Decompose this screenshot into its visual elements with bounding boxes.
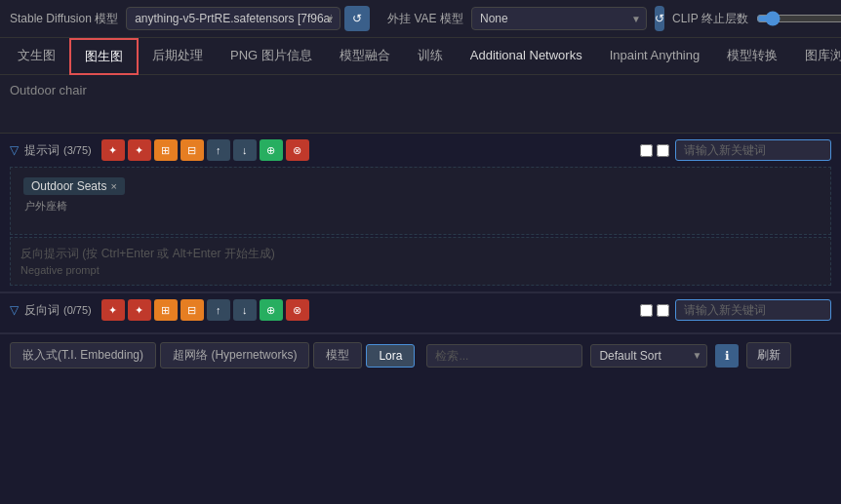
prompt-tool-btn-6[interactable]: ⊕: [260, 139, 283, 161]
neg-tool-btn-5[interactable]: ↓: [233, 299, 257, 321]
sort-select-wrapper: Default Sort ▼: [586, 344, 707, 368]
prompt-tools: ✦ ✦ ⊞ ⊟ ↑ ↓ ⊕ ⊗: [101, 139, 309, 161]
tab-model-merge[interactable]: 模型融合: [326, 39, 404, 74]
prompt-checkbox1[interactable]: [640, 144, 653, 157]
neg-tool-btn-0[interactable]: ✦: [101, 299, 125, 321]
prompt-title-icon: ▽: [10, 143, 19, 157]
image-prompt-area: Outdoor chair: [0, 75, 841, 134]
prompt-tool-btn-4[interactable]: ↑: [207, 139, 230, 161]
neg-prompt-area[interactable]: 反向提示词 (按 Ctrl+Enter 或 Alt+Enter 开始生成) Ne…: [10, 237, 831, 286]
vae-select-wrapper: None ▼: [471, 7, 647, 30]
vae-select[interactable]: None: [471, 7, 647, 30]
prompt-tool-btn-2[interactable]: ⊞: [154, 139, 178, 161]
prompt-tool-btn-3[interactable]: ⊟: [180, 139, 204, 161]
tab-model-convert[interactable]: 模型转换: [713, 39, 791, 74]
neg-tool-btn-7[interactable]: ⊗: [286, 299, 309, 321]
tab-bar: 文生图 图生图 后期处理 PNG 图片信息 模型融合 训练 Additional…: [0, 38, 841, 75]
vae-label: 外挂 VAE 模型: [387, 11, 463, 27]
neg-tool-btn-6[interactable]: ⊕: [260, 299, 283, 321]
neg-prompt-placeholder2: Negative prompt: [20, 264, 821, 276]
clip-slider[interactable]: [756, 11, 841, 26]
clip-section: CLIP 终止层数: [672, 11, 841, 27]
prompt-right: [640, 139, 831, 161]
lora-tab-embedding[interactable]: 嵌入式(T.I. Embedding): [10, 342, 156, 368]
prompt-checkbox2[interactable]: [657, 144, 669, 157]
vae-refresh-btn[interactable]: ↺: [655, 6, 664, 31]
prompt-tool-btn-0[interactable]: ✦: [101, 139, 125, 161]
neg-checkbox2[interactable]: [657, 304, 669, 317]
tag-area: Outdoor Seats × 户外座椅: [10, 167, 831, 235]
neg-prompt-header: ▽ 反向词 (0/75) ✦ ✦ ⊞ ⊟ ↑ ↓ ⊕ ⊗: [10, 299, 831, 321]
lora-tabs: 嵌入式(T.I. Embedding) 超网络 (Hypernetworks) …: [10, 342, 831, 368]
lora-info-btn[interactable]: ℹ: [715, 344, 739, 368]
tab-train[interactable]: 训练: [404, 39, 457, 74]
tab-gallery-browser[interactable]: 图库浏览器: [791, 39, 841, 74]
tab-inpaint-anything[interactable]: Inpaint Anything: [596, 40, 714, 72]
tag-close-btn[interactable]: ×: [110, 180, 116, 192]
negative-prompt-section: ▽ 反向词 (0/75) ✦ ✦ ⊞ ⊟ ↑ ↓ ⊕ ⊗: [0, 292, 841, 333]
model-select[interactable]: anything-v5-PrtRE.safetensors [7f96a1a9c…: [126, 7, 340, 30]
lora-refresh-btn[interactable]: 刷新: [746, 342, 791, 368]
neg-prompt-placeholder1: 反向提示词 (按 Ctrl+Enter 或 Alt+Enter 开始生成): [20, 246, 821, 262]
neg-checkbox-row: [640, 304, 669, 317]
neg-prompt-title: 反向词 (0/75): [24, 302, 92, 319]
positive-prompt-section: ▽ 提示词 (3/75) ✦ ✦ ⊞ ⊟ ↑ ↓ ⊕ ⊗ Outdoor Sea…: [0, 134, 841, 292]
lora-tab-model[interactable]: 模型: [313, 342, 362, 368]
prompt-header: ▽ 提示词 (3/75) ✦ ✦ ⊞ ⊟ ↑ ↓ ⊕ ⊗: [10, 139, 831, 161]
lora-tab-lora[interactable]: Lora: [366, 344, 415, 368]
prompt-title-text: 提示词: [24, 142, 60, 159]
tag-label: Outdoor Seats: [31, 179, 106, 193]
neg-prompt-right: [640, 299, 831, 321]
neg-tool-btn-3[interactable]: ⊟: [180, 299, 204, 321]
tag-sub: 户外座椅: [20, 199, 821, 213]
sort-select[interactable]: Default Sort: [590, 344, 707, 368]
neg-checkbox1[interactable]: [640, 304, 653, 317]
tab-postprocess[interactable]: 后期处理: [139, 39, 217, 74]
neg-prompt-title-icon: ▽: [10, 303, 19, 317]
prompt-title: 提示词 (3/75): [24, 142, 92, 159]
prompt-tool-btn-5[interactable]: ↓: [233, 139, 257, 161]
tab-txt2img[interactable]: 文生图: [4, 39, 69, 74]
neg-tool-btn-2[interactable]: ⊞: [154, 299, 178, 321]
prompt-checkbox-row: [640, 144, 669, 157]
clip-label: CLIP 终止层数: [672, 11, 748, 27]
lora-tab-hypernetworks[interactable]: 超网络 (Hypernetworks): [160, 342, 309, 368]
model-select-wrap: anything-v5-PrtRE.safetensors [7f96a1a9c…: [126, 6, 370, 31]
tab-png-info[interactable]: PNG 图片信息: [217, 39, 326, 74]
top-bar: Stable Diffusion 模型 anything-v5-PrtRE.sa…: [0, 0, 841, 38]
neg-prompt-count: (0/75): [63, 304, 92, 316]
neg-tool-btn-4[interactable]: ↑: [207, 299, 230, 321]
neg-tool-btn-1[interactable]: ✦: [128, 299, 151, 321]
tab-img2img[interactable]: 图生图: [69, 38, 139, 75]
lora-search-input[interactable]: [426, 344, 582, 368]
lora-section: 嵌入式(T.I. Embedding) 超网络 (Hypernetworks) …: [0, 333, 841, 384]
tag-item: Outdoor Seats ×: [23, 177, 125, 195]
neg-keyword-input[interactable]: [675, 299, 831, 321]
keyword-input[interactable]: [675, 139, 831, 161]
prompt-tool-btn-1[interactable]: ✦: [128, 139, 151, 161]
model-refresh-btn[interactable]: ↺: [344, 6, 370, 31]
model-select-wrapper: anything-v5-PrtRE.safetensors [7f96a1a9c…: [126, 7, 340, 30]
prompt-tool-btn-7[interactable]: ⊗: [286, 139, 309, 161]
neg-prompt-tools: ✦ ✦ ⊞ ⊟ ↑ ↓ ⊕ ⊗: [101, 299, 309, 321]
neg-prompt-title-text: 反向词: [24, 302, 60, 319]
model-label: Stable Diffusion 模型: [10, 11, 118, 27]
tab-additional-networks[interactable]: Additional Networks: [457, 40, 596, 72]
prompt-count: (3/75): [63, 144, 92, 156]
image-prompt-text: Outdoor chair: [10, 83, 87, 97]
